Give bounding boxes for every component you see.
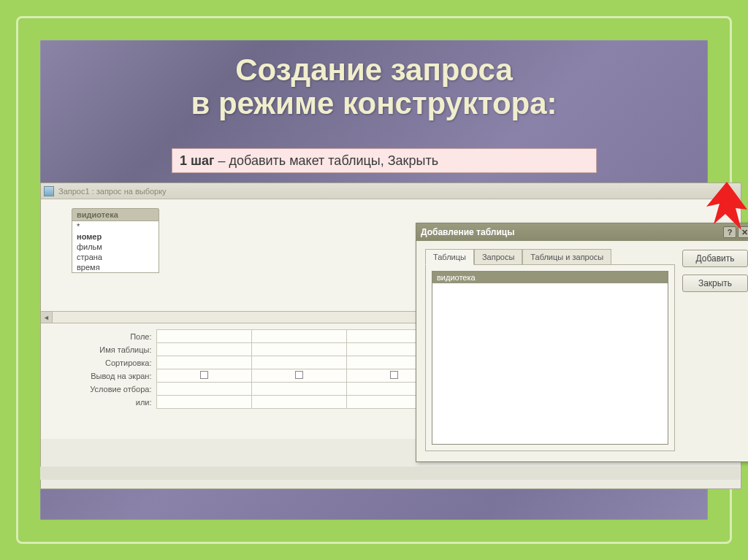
listbox-item[interactable]: видиотека (432, 272, 668, 283)
grid-cell[interactable] (156, 369, 251, 383)
slide-panel: Создание запроса в режиме конструктора: … (40, 40, 708, 520)
tab-queries[interactable]: Запросы (474, 249, 522, 265)
slide-title: Создание запроса в режиме конструктора: (40, 40, 708, 120)
field-item[interactable]: время (72, 262, 159, 272)
qbe-grid[interactable]: Поле: Имя таблицы: Сортировка: Вывод на … (41, 329, 442, 409)
field-item[interactable]: фильм (72, 242, 159, 252)
grid-cell[interactable] (251, 396, 346, 409)
grid-cell[interactable] (156, 330, 251, 343)
tab-tables[interactable]: Таблицы (425, 249, 474, 265)
step-bold: 1 шаг (180, 153, 215, 168)
grid-cell[interactable] (156, 383, 251, 396)
dialog-tabpanel: видиотека (425, 264, 675, 451)
show-checkbox[interactable] (390, 371, 398, 379)
add-table-dialog[interactable]: Добавление таблицы ? ✕ Таблицы Запросы Т… (416, 223, 748, 462)
show-checkbox[interactable] (200, 371, 208, 379)
dialog-titlebar[interactable]: Добавление таблицы ? ✕ (416, 223, 748, 241)
field-item[interactable]: номер (72, 231, 159, 242)
slide-outer-frame: Создание запроса в режиме конструктора: … (16, 16, 732, 544)
grid-label-criteria: Условие отбора: (41, 383, 156, 396)
step-callout: 1 шаг – добавить макет таблицы, Закрыть (172, 148, 597, 173)
grid-label-field: Поле: (41, 330, 156, 343)
tab-both[interactable]: Таблицы и запросы (522, 249, 611, 265)
show-checkbox[interactable] (295, 371, 303, 379)
table-fieldlist-header[interactable]: видиотека (72, 208, 159, 220)
grid-cell[interactable] (251, 369, 346, 383)
grid-label-sort: Сортировка: (41, 356, 156, 369)
query-window-title: Запрос1 : запрос на выборку (58, 187, 167, 196)
dialog-title: Добавление таблицы (421, 227, 514, 237)
title-line-1: Создание запроса (40, 53, 708, 87)
grid-cell[interactable] (156, 343, 251, 356)
svg-marker-0 (706, 182, 747, 230)
bottom-ruler-band (40, 467, 740, 480)
close-button[interactable]: Закрыть (682, 275, 748, 292)
add-button[interactable]: Добавить (682, 250, 748, 267)
grid-cell[interactable] (251, 383, 346, 396)
pointer-arrow-icon (705, 182, 748, 233)
grid-cell[interactable] (251, 330, 346, 343)
table-fieldlist-body[interactable]: * номер фильм страна время (72, 220, 159, 273)
grid-cell[interactable] (251, 343, 346, 356)
step-rest: – добавить макет таблицы, Закрыть (215, 153, 438, 168)
dialog-button-column: Добавить Закрыть (682, 250, 748, 292)
grid-cell[interactable] (156, 356, 251, 369)
grid-cell[interactable] (251, 356, 346, 369)
query-window-icon (44, 186, 54, 196)
scroll-left-button[interactable]: ◄ (41, 312, 53, 323)
grid-cell[interactable] (156, 396, 251, 409)
title-line-2: в режиме конструктора: (40, 87, 708, 120)
grid-label-show: Вывод на экран: (41, 369, 156, 383)
grid-label-tablename: Имя таблицы: (41, 343, 156, 356)
grid-label-or: или: (41, 396, 156, 409)
tables-listbox[interactable]: видиотека (432, 271, 668, 445)
field-item[interactable]: * (72, 221, 159, 231)
table-fieldlist[interactable]: видиотека * номер фильм страна время (72, 208, 159, 273)
field-item[interactable]: страна (72, 252, 159, 262)
query-window-titlebar[interactable]: Запрос1 : запрос на выборку (41, 183, 741, 199)
